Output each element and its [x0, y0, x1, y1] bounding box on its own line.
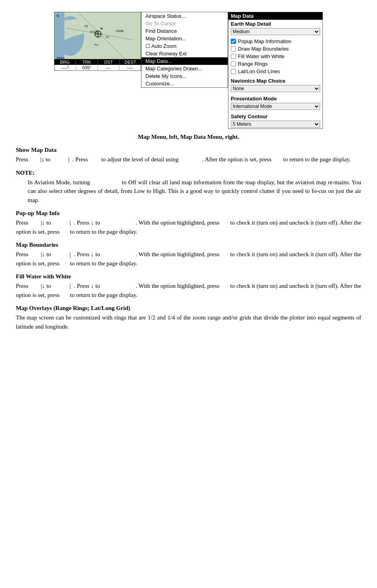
- menu-item-find-distance[interactable]: Find Distance: [141, 27, 228, 35]
- fill-water-label: Fill Water with White: [238, 53, 285, 59]
- top-section: KTUL 51 25498 75 ✈ 30nm TU N BRG TRK DST…: [16, 12, 361, 129]
- range-rings-checkbox[interactable]: [231, 61, 236, 66]
- safety-contour-dropdown-row[interactable]: 5 Meters: [228, 120, 322, 129]
- heading-show-map-data: Show Map Data: [16, 147, 361, 153]
- fill-water-checkbox[interactable]: [231, 54, 236, 59]
- dst-value: ---: [98, 65, 120, 70]
- menu-item-map-data[interactable]: Map Data...: [141, 57, 228, 65]
- body-popup-map-info: Press |↓ to | . Press ↓ to . With the op…: [16, 218, 361, 236]
- lat-lon-grid-label: Lat/Lon Grid Lines: [238, 68, 280, 74]
- brg-header: BRG: [54, 59, 76, 65]
- dest-value: ----: [119, 65, 141, 70]
- svg-text:KTUL: KTUL: [90, 30, 98, 34]
- safety-contour-select[interactable]: 5 Meters: [231, 121, 320, 128]
- popup-map-info-row[interactable]: Popup Map Information: [228, 38, 322, 45]
- menu-item-delete-icons[interactable]: Delete My Icons...: [141, 72, 228, 80]
- popup-map-info-label: Popup Map Information: [238, 38, 291, 44]
- heading-map-boundaries: Map Boundaries: [16, 242, 361, 248]
- range-rings-label: Range Rings: [238, 61, 268, 67]
- brg-value: ----°: [55, 65, 76, 70]
- body-map-overlays: The map screen can be customized with ri…: [16, 313, 361, 331]
- section-fill-water: Fill Water with White Press |↓ to | . Pr…: [16, 273, 361, 299]
- draw-map-boundaries-label: Draw Map Boundaries: [238, 46, 289, 52]
- svg-text:51: 51: [106, 36, 109, 38]
- heading-map-overlays: Map Overlays (Range Rings; Lat/Long Grid…: [16, 305, 361, 312]
- body-fill-water: Press |↓ to | . Press ↓ to . With the op…: [16, 282, 361, 299]
- earth-map-detail-dropdown-row[interactable]: Medium Low High Off: [228, 27, 322, 36]
- section-popup-map-info: Pop-up Map Info Press |↓ to | . Press ↓ …: [16, 210, 361, 236]
- fill-water-row[interactable]: Fill Water with White: [228, 53, 322, 60]
- heading-popup-map-info: Pop-up Map Info: [16, 210, 361, 217]
- figure-caption: Map Menu, left, Map Data Menu, right.: [16, 134, 361, 140]
- presentation-mode-label: Presentation Mode: [228, 95, 322, 102]
- body-show-map-data: Press |↓ to | . Press to adjust the leve…: [16, 155, 361, 164]
- menu-item-auto-zoom[interactable]: ☐ Auto Zoom: [141, 42, 228, 50]
- presentation-mode-dropdown-row[interactable]: International Mode: [228, 102, 322, 111]
- menu-item-clear-runway[interactable]: Clear Runway Ext: [141, 50, 228, 57]
- menu-item-airspace[interactable]: Airspace Status...: [141, 12, 228, 20]
- trk-value: 035°: [76, 65, 98, 70]
- map-display: KTUL 51 25498 75 ✈ 30nm TU N: [54, 12, 141, 59]
- body-map-boundaries: Press |↓ to | . Press ↓ to . With the op…: [16, 250, 361, 268]
- lat-lon-grid-row[interactable]: Lat/Lon Grid Lines: [228, 68, 322, 75]
- menu-item-customize[interactable]: Customize...: [141, 80, 228, 87]
- menu-item-map-orientation[interactable]: Map Orientation...: [141, 35, 228, 42]
- heading-note: NOTE:: [16, 170, 361, 176]
- heading-fill-water: Fill Water with White: [16, 273, 361, 280]
- safety-contour-label: Safety Contour: [228, 112, 322, 120]
- map-status-values: ----° 035° --- ----: [54, 65, 141, 71]
- navionics-select[interactable]: None: [231, 85, 320, 92]
- svg-text:75: 75: [84, 25, 88, 28]
- svg-rect-2: [55, 12, 64, 59]
- earth-map-detail-label: Earth Map Detail: [228, 20, 322, 27]
- auto-zoom-checkbox[interactable]: ☐: [145, 43, 150, 49]
- section-map-overlays: Map Overlays (Range Rings; Lat/Long Grid…: [16, 305, 361, 331]
- section-map-boundaries: Map Boundaries Press |↓ to | . Press ↓ t…: [16, 242, 361, 268]
- section-note: NOTE: In Aviation Mode, turning to Off w…: [16, 170, 361, 205]
- navionics-dropdown-row[interactable]: None: [228, 84, 322, 93]
- navionics-label: Navionics Map Choice: [228, 77, 322, 84]
- range-rings-row[interactable]: Range Rings: [228, 60, 322, 68]
- menu-item-goto[interactable]: Go To Cursor: [141, 20, 228, 27]
- right-menu-header: Map Data: [228, 12, 322, 20]
- draw-map-boundaries-checkbox[interactable]: [231, 46, 236, 51]
- dst-header: DST: [98, 59, 120, 65]
- menu-item-map-categories[interactable]: Map Categories Drawn...: [141, 65, 228, 72]
- left-menu: Airspace Status... Go To Cursor Find Dis…: [141, 12, 228, 88]
- popup-map-info-checkbox[interactable]: [231, 39, 236, 44]
- lat-lon-grid-checkbox[interactable]: [231, 69, 236, 74]
- earth-map-detail-select[interactable]: Medium Low High Off: [231, 28, 320, 35]
- body-note: In Aviation Mode, turning to Off will cl…: [28, 178, 361, 205]
- svg-text:N: N: [57, 14, 59, 18]
- svg-text:TU: TU: [94, 43, 98, 47]
- right-menu: Map Data Earth Map Detail Medium Low Hig…: [228, 12, 323, 129]
- svg-text:30nm: 30nm: [57, 56, 64, 59]
- section-show-map-data: Show Map Data Press |↓ to | . Press to a…: [16, 147, 361, 164]
- trk-header: TRK: [76, 59, 98, 65]
- map-status-header: BRG TRK DST DEST: [54, 59, 141, 65]
- svg-text:25498: 25498: [116, 30, 124, 32]
- presentation-mode-select[interactable]: International Mode: [231, 103, 320, 110]
- svg-text:✈: ✈: [100, 26, 103, 31]
- draw-map-boundaries-row[interactable]: Draw Map Boundaries: [228, 45, 322, 53]
- dest-header: DEST: [120, 59, 141, 65]
